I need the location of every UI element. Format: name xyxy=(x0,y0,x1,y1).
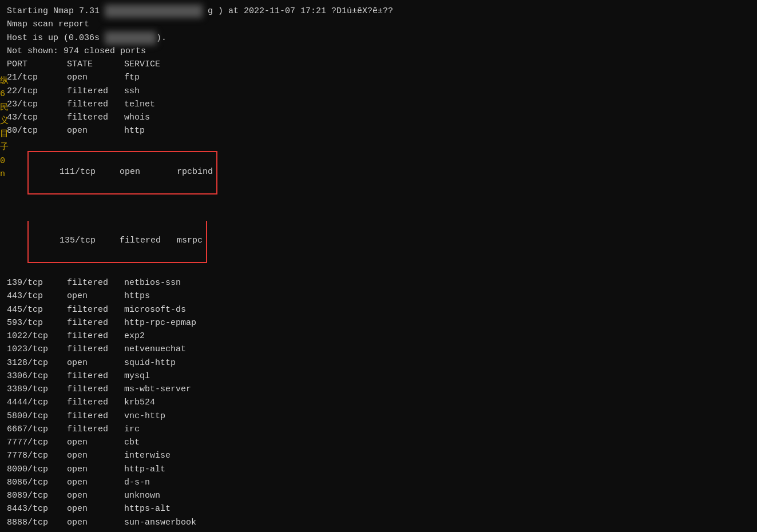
state-593: filtered xyxy=(67,316,124,329)
service-8000: http-alt xyxy=(124,463,165,476)
state-135: filtered xyxy=(120,234,177,247)
table-row: 593/tcpfilteredhttp-rpc-epmap xyxy=(7,316,750,329)
state-445: filtered xyxy=(67,303,124,316)
state-139: filtered xyxy=(67,276,124,289)
table-row: 3306/tcpfilteredmysql xyxy=(7,370,750,383)
state-8086: open xyxy=(67,476,124,489)
port-8086: 8086/tcp xyxy=(7,476,67,489)
service-80: http xyxy=(124,124,145,137)
service-43: whois xyxy=(124,111,150,124)
col-header-port: PORT xyxy=(7,58,67,71)
service-3306: mysql xyxy=(124,370,150,383)
state-1023: filtered xyxy=(67,343,124,356)
left-char-8: n xyxy=(0,168,9,181)
left-char-2: 6 xyxy=(0,88,9,101)
state-22: filtered xyxy=(67,85,124,98)
table-row: 5800/tcpfilteredvnc-http xyxy=(7,410,750,423)
service-22: ssh xyxy=(124,85,140,98)
state-8000: open xyxy=(67,463,124,476)
table-row: 7777/tcpopencbt xyxy=(7,436,750,449)
table-row: 8443/tcpopenhttps-alt xyxy=(7,502,750,515)
state-3389: filtered xyxy=(67,383,124,396)
table-row: 23/tcpfilteredtelnet xyxy=(7,98,750,111)
service-3389: ms-wbt-server xyxy=(124,383,191,396)
service-8086: d-s-n xyxy=(124,476,150,489)
service-1023: netvenuechat xyxy=(124,343,186,356)
state-8888: open xyxy=(67,516,124,529)
port-21: 21/tcp xyxy=(7,71,67,84)
state-3306: filtered xyxy=(67,370,124,383)
line-host-up: Host is up (0.036s ). xyxy=(7,31,750,45)
port-43: 43/tcp xyxy=(7,111,67,124)
service-593: http-rpc-epmap xyxy=(124,316,196,329)
port-3389: 3389/tcp xyxy=(7,383,67,396)
state-80: open xyxy=(67,124,124,137)
state-4444: filtered xyxy=(67,396,124,409)
state-6667: filtered xyxy=(67,423,124,436)
table-row-highlighted-2: 135/tcpfilteredmsrpc xyxy=(7,208,750,276)
table-row: 22/tcpfilteredssh xyxy=(7,85,750,98)
table-row: 8000/tcpopenhttp-alt xyxy=(7,463,750,476)
table-row: 8089/tcpopenunknown xyxy=(7,489,750,502)
table-row: 3128/tcpopensquid-http xyxy=(7,356,750,370)
service-23: telnet xyxy=(124,98,155,111)
port-7777: 7777/tcp xyxy=(7,436,67,449)
table-row: 6667/tcpfilteredirc xyxy=(7,423,750,436)
table-row: 43/tcpfilteredwhois xyxy=(7,111,750,124)
state-111: open xyxy=(120,165,177,178)
table-row: 21/tcpopenftp xyxy=(7,71,750,84)
table-row: 8086/tcpopend-s-n xyxy=(7,476,750,489)
table-row: 443/tcpopenhttps xyxy=(7,289,750,303)
state-8443: open xyxy=(67,502,124,515)
table-header: PORTSTATESERVICE xyxy=(7,58,750,71)
blurred-ip-1 xyxy=(105,5,203,18)
state-1022: filtered xyxy=(67,329,124,343)
state-23: filtered xyxy=(67,98,124,111)
terminal-window: 纵 6 民 义 目 子 0 n Starting Nmap 7.31 g ) a… xyxy=(0,0,757,532)
left-char-3: 民 xyxy=(0,101,9,114)
left-char-6: 子 xyxy=(0,141,9,154)
state-3128: open xyxy=(67,356,124,370)
state-21: open xyxy=(67,71,124,84)
service-8443: https-alt xyxy=(124,502,171,515)
port-3128: 3128/tcp xyxy=(7,356,67,370)
table-row: 3389/tcpfilteredms-wbt-server xyxy=(7,383,750,396)
state-43: filtered xyxy=(67,111,124,124)
service-111: rpcbind xyxy=(177,165,213,178)
port-7778: 7778/tcp xyxy=(7,449,67,462)
left-char-4: 义 xyxy=(0,114,9,128)
service-7778: interwise xyxy=(124,449,171,462)
port-8888: 8888/tcp xyxy=(7,516,67,529)
port-23: 23/tcp xyxy=(7,98,67,111)
port-445: 445/tcp xyxy=(7,303,67,316)
service-8888: sun-answerbook xyxy=(124,516,196,529)
left-char-7: 0 xyxy=(0,154,9,168)
service-6667: irc xyxy=(124,423,140,436)
service-443: https xyxy=(124,289,150,303)
port-593: 593/tcp xyxy=(7,316,67,329)
state-5800: filtered xyxy=(67,410,124,423)
state-7777: open xyxy=(67,436,124,449)
service-4444: krb524 xyxy=(124,396,155,409)
col-header-service: SERVICE xyxy=(124,58,160,71)
port-8443: 8443/tcp xyxy=(7,502,67,515)
port-4444: 4444/tcp xyxy=(7,396,67,409)
line-not-shown: Not shown: 974 closed ports xyxy=(7,45,750,58)
service-21: ftp xyxy=(124,71,140,84)
highlight-box: 111/tcpopenrpcbind xyxy=(27,151,217,194)
service-8089: unknown xyxy=(124,489,160,502)
state-443: open xyxy=(67,289,124,303)
left-char-1: 纵 xyxy=(0,74,9,88)
port-139: 139/tcp xyxy=(7,276,67,289)
service-7777: cbt xyxy=(124,436,140,449)
port-1023: 1023/tcp xyxy=(7,343,67,356)
table-row: 7778/tcpopeninterwise xyxy=(7,449,750,462)
table-row: 1023/tcpfilterednetvenuechat xyxy=(7,343,750,356)
port-443: 443/tcp xyxy=(7,289,67,303)
left-char-5: 目 xyxy=(0,128,9,141)
highlight-box-2: 135/tcpfilteredmsrpc xyxy=(27,221,207,263)
service-5800: vnc-http xyxy=(124,410,165,423)
col-header-state: STATE xyxy=(67,58,124,71)
port-135: 135/tcp xyxy=(60,234,120,247)
blurred-latency xyxy=(105,31,156,45)
